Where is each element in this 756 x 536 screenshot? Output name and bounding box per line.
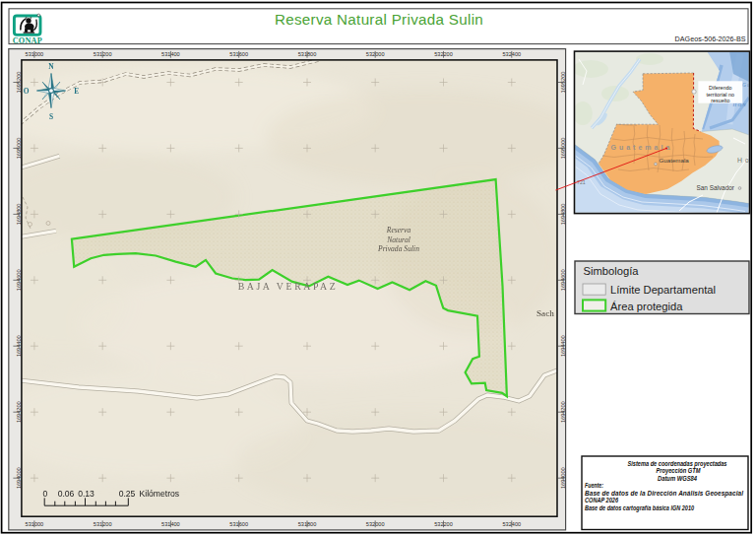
svg-text:Reserva Natural Privada Sulin: Reserva Natural Privada Sulin	[275, 11, 483, 28]
svg-text:DAGeos-506-2026-BS: DAGeos-506-2026-BS	[675, 34, 746, 43]
svg-text:Simbología: Simbología	[584, 265, 640, 277]
svg-text:Privada Sulin: Privada Sulin	[377, 244, 419, 253]
svg-text:O: O	[24, 87, 30, 96]
svg-text:Fuente:: Fuente:	[585, 482, 603, 489]
svg-text:Diferendo: Diferendo	[709, 85, 731, 91]
svg-text:Base de datos cartografía bási: Base de datos cartografía básica IGN 201…	[585, 504, 694, 512]
svg-text:Área protegida: Área protegida	[610, 301, 683, 312]
svg-text:Límite Departamental: Límite Departamental	[610, 284, 716, 296]
svg-text:Reserva: Reserva	[386, 226, 411, 234]
svg-text:0.06: 0.06	[58, 489, 75, 499]
svg-text:Sach: Sach	[536, 308, 554, 318]
svg-text:San Salvador: San Salvador	[697, 184, 735, 191]
svg-text:CONAP: CONAP	[13, 36, 42, 45]
svg-text:S: S	[49, 112, 53, 121]
svg-text:BAJA VERAPAZ: BAJA VERAPAZ	[238, 281, 339, 292]
svg-text:resuelto: resuelto	[711, 98, 729, 103]
svg-text:HON: HON	[732, 102, 747, 107]
svg-text:N: N	[48, 62, 54, 71]
svg-text:E: E	[74, 87, 79, 96]
svg-text:Guatemala: Guatemala	[660, 157, 690, 164]
svg-text:Datum WGS84: Datum WGS84	[658, 475, 697, 482]
svg-text:Natural: Natural	[386, 235, 410, 244]
svg-text:0: 0	[43, 489, 48, 499]
svg-text:territorial no: territorial no	[707, 92, 734, 98]
svg-text:CONAP 2026: CONAP 2026	[585, 497, 618, 503]
svg-text:0.25: 0.25	[119, 489, 136, 499]
svg-text:Kilómetros: Kilómetros	[140, 489, 180, 499]
svg-text:0.13: 0.13	[78, 489, 94, 499]
